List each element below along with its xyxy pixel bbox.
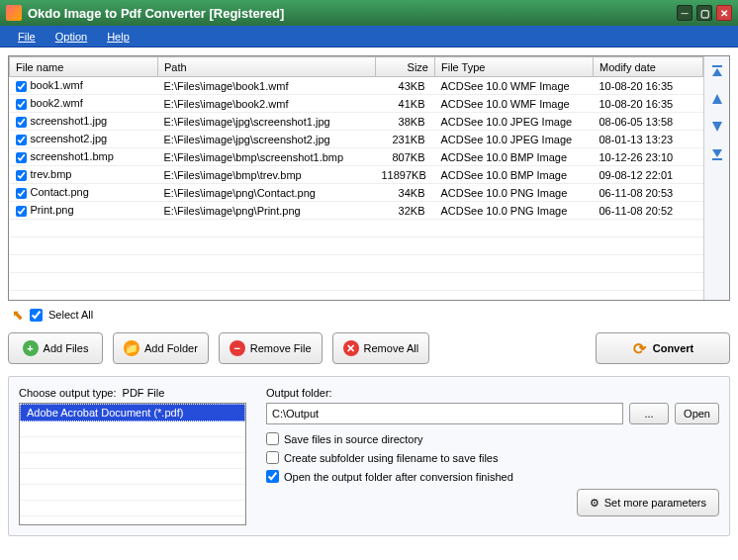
move-down-icon[interactable] [709, 118, 725, 136]
col-modify[interactable]: Modify date [594, 57, 703, 77]
output-type-label: Choose output type: PDF File [19, 387, 246, 399]
window-title: Okdo Image to Pdf Converter [Registered] [28, 6, 673, 21]
select-all-checkbox[interactable] [30, 309, 43, 322]
convert-icon: ⟳ [632, 340, 648, 356]
output-type-item[interactable]: Adobe Acrobat Document (*.pdf) [20, 404, 245, 421]
svg-marker-1 [712, 68, 722, 76]
row-checkbox[interactable] [16, 152, 27, 163]
row-checkbox[interactable] [16, 117, 27, 128]
menu-help[interactable]: Help [97, 28, 139, 46]
col-path[interactable]: Path [158, 57, 376, 77]
table-row[interactable]: screenshot1.jpgE:\Files\image\jpg\screen… [10, 113, 703, 131]
menu-option[interactable]: Option [46, 28, 97, 46]
table-row[interactable]: screenshot1.bmpE:\Files\image\bmp\screen… [10, 148, 703, 166]
col-size[interactable]: Size [376, 57, 435, 77]
output-folder-input[interactable] [266, 403, 623, 424]
table-row[interactable]: Print.pngE:\Files\image\png\Print.png32K… [10, 202, 703, 220]
browse-button[interactable]: ... [629, 403, 669, 424]
folder-icon: 📁 [124, 340, 139, 356]
svg-rect-0 [712, 65, 722, 67]
table-row[interactable]: book1.wmfE:\Files\image\book1.wmf43KBACD… [10, 77, 703, 95]
up-arrow-icon: ⬉ [12, 307, 24, 323]
remove-all-button[interactable]: ✕Remove All [332, 332, 430, 364]
open-after-label: Open the output folder after conversion … [284, 471, 513, 483]
row-checkbox[interactable] [16, 188, 27, 199]
svg-rect-5 [712, 158, 722, 160]
app-icon [6, 5, 22, 21]
svg-marker-3 [712, 122, 722, 132]
save-source-label: Save files in source directory [284, 433, 423, 445]
gear-icon: ⚙ [590, 497, 600, 510]
plus-icon: + [23, 340, 39, 356]
minimize-button[interactable]: ─ [677, 5, 692, 21]
output-folder-label: Output folder: [266, 387, 719, 399]
table-row[interactable]: trev.bmpE:\Files\image\bmp\trev.bmp11897… [10, 166, 703, 184]
open-after-checkbox[interactable] [266, 470, 279, 483]
maximize-button[interactable]: ▢ [696, 5, 712, 21]
minus-icon: − [230, 340, 245, 356]
table-row[interactable]: screenshot2.jpgE:\Files\image\jpg\screen… [10, 131, 703, 148]
set-more-parameters-button[interactable]: ⚙Set more parameters [577, 489, 719, 516]
move-top-icon[interactable] [709, 62, 725, 80]
col-filename[interactable]: File name [10, 57, 158, 77]
select-all-label: Select All [48, 309, 93, 321]
add-files-button[interactable]: +Add Files [8, 332, 103, 364]
remove-file-button[interactable]: −Remove File [219, 332, 323, 364]
table-row[interactable]: Contact.pngE:\Files\image\png\Contact.pn… [10, 184, 703, 202]
row-checkbox[interactable] [16, 135, 27, 145]
create-subfolder-checkbox[interactable] [266, 451, 279, 464]
move-bottom-icon[interactable] [709, 145, 725, 163]
convert-button[interactable]: ⟳Convert [596, 332, 730, 364]
col-filetype[interactable]: File Type [435, 57, 594, 77]
menubar: File Option Help [0, 26, 738, 47]
output-type-list[interactable]: Adobe Acrobat Document (*.pdf) [19, 403, 246, 525]
move-up-icon[interactable] [709, 90, 725, 108]
add-folder-button[interactable]: 📁Add Folder [113, 332, 209, 364]
row-checkbox[interactable] [16, 81, 27, 92]
save-source-checkbox[interactable] [266, 432, 279, 445]
reorder-controls [703, 56, 729, 300]
create-subfolder-label: Create subfolder using filename to save … [284, 452, 498, 464]
file-table[interactable]: File name Path Size File Type Modify dat… [9, 56, 703, 300]
close-button[interactable]: ✕ [716, 5, 732, 21]
menu-file[interactable]: File [8, 28, 46, 46]
row-checkbox[interactable] [16, 99, 27, 110]
x-icon: ✕ [343, 340, 359, 356]
open-button[interactable]: Open [675, 403, 719, 424]
table-row[interactable]: book2.wmfE:\Files\image\book2.wmf41KBACD… [10, 95, 703, 113]
svg-marker-2 [712, 94, 722, 104]
svg-marker-4 [712, 149, 722, 157]
titlebar: Okdo Image to Pdf Converter [Registered]… [0, 0, 738, 26]
row-checkbox[interactable] [16, 206, 27, 217]
row-checkbox[interactable] [16, 170, 27, 181]
